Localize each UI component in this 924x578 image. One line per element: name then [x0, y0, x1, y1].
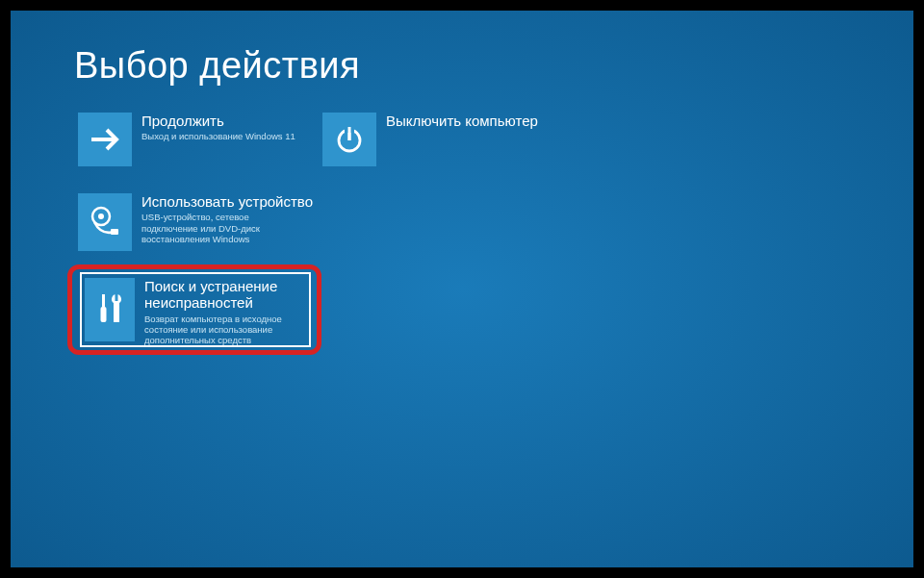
- continue-title: Продолжить: [141, 113, 295, 129]
- shutdown-text: Выключить компьютер: [376, 113, 538, 131]
- options-column-1: Продолжить Выход и использование Windows…: [78, 113, 313, 282]
- device-icon: [78, 193, 132, 251]
- svg-point-2: [98, 214, 104, 219]
- tools-icon: [85, 278, 135, 341]
- troubleshoot-text: Поиск и устранение неисправностей Возвра…: [135, 278, 306, 341]
- svg-rect-9: [101, 307, 107, 322]
- use-device-tile[interactable]: Использовать устройство USB-устройство, …: [78, 193, 313, 263]
- continue-tile[interactable]: Продолжить Выход и использование Windows…: [78, 113, 313, 174]
- arrow-right-icon: [78, 113, 132, 166]
- use-device-desc: USB-устройство, сетевое подключение или …: [141, 212, 305, 244]
- options-column-2: Выключить компьютер: [322, 113, 557, 193]
- use-device-text: Использовать устройство USB-устройство, …: [132, 193, 313, 244]
- continue-desc: Выход и использование Windows 11: [141, 131, 295, 141]
- shutdown-tile[interactable]: Выключить компьютер: [322, 113, 557, 174]
- svg-rect-8: [102, 294, 105, 307]
- page-title: Выбор действия: [74, 45, 360, 87]
- svg-rect-10: [116, 294, 118, 301]
- highlight-annotation: Поиск и устранение неисправностей Возвра…: [67, 264, 321, 355]
- shutdown-title: Выключить компьютер: [386, 113, 538, 129]
- svg-rect-3: [111, 229, 118, 235]
- use-device-title: Использовать устройство: [141, 193, 313, 210]
- continue-text: Продолжить Выход и использование Windows…: [132, 113, 295, 142]
- troubleshoot-title: Поиск и устранение неисправностей: [144, 278, 306, 312]
- troubleshoot-desc: Возврат компьютера в исходное состояние …: [144, 314, 306, 346]
- winre-frame: Выбор действия Продолжить Выход и исполь…: [9, 9, 915, 569]
- power-icon: [322, 113, 376, 166]
- troubleshoot-tile[interactable]: Поиск и устранение неисправностей Возвра…: [80, 272, 311, 347]
